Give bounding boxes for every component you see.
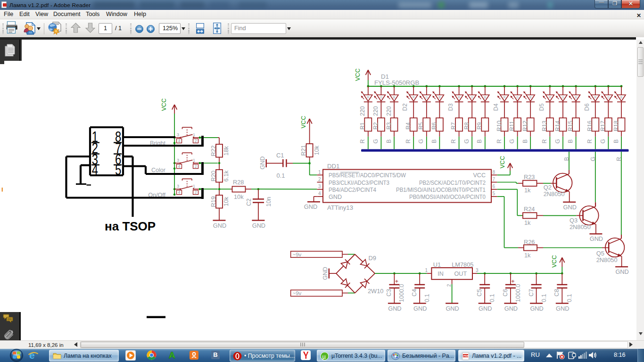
svg-text:7: 7 [493,177,495,182]
svg-text:8: 8 [493,170,495,175]
svg-text:VCC: VCC [473,172,486,179]
svg-text:2: 2 [318,177,321,182]
svg-text:R23: R23 [524,173,535,181]
svg-text:~9v: ~9v [293,252,302,257]
svg-text:1: 1 [425,268,428,273]
svg-text:B: B [476,140,483,143]
svg-text:G: G [562,96,564,99]
svg-text:G: G [600,139,606,144]
svg-text:R: R [496,139,503,143]
svg-text:GND: GND [259,156,266,170]
svg-text:GND: GND [479,305,492,312]
svg-text:C5: C5 [476,289,483,296]
svg-text:2: 2 [194,190,197,195]
svg-text:D2: D2 [402,103,408,111]
svg-text:1000.0: 1000.0 [515,284,521,302]
svg-text:R: R [458,96,460,99]
svg-text:DD1: DD1 [327,163,339,170]
svg-text:R15: R15 [567,121,574,132]
svg-text:R5: R5 [418,122,424,130]
svg-text:R9: R9 [476,122,483,130]
svg-text:C7: C7 [528,289,535,296]
svg-text:0.1: 0.1 [489,294,495,302]
svg-text:G: G [509,139,515,144]
svg-text:G: G [418,139,424,144]
svg-text:LM7805: LM7805 [452,261,473,268]
svg-text:G: G [554,139,561,144]
svg-text:R20: R20 [210,171,217,181]
svg-text:VCC: VCC [499,156,506,169]
svg-text:R21: R21 [300,145,307,156]
svg-text:GND: GND [213,222,226,229]
svg-text:R: R [450,139,457,143]
svg-text:R8: R8 [463,122,470,130]
svg-text:R26: R26 [524,239,535,246]
svg-text:R: R [586,139,593,143]
svg-text:220: 220 [386,106,392,116]
svg-text:A: A [169,350,175,360]
svg-text:PB4/ADC2/PCINT4: PB4/ADC2/PCINT4 [329,187,376,193]
svg-text:3: 3 [177,184,179,189]
svg-text:C1: C1 [276,152,284,159]
svg-text:OUT: OUT [454,271,467,277]
svg-text:1: 1 [193,158,195,163]
svg-text:Color: Color [151,167,165,173]
svg-text:R: R [367,96,369,99]
svg-text:2W10: 2W10 [368,288,383,295]
svg-text:R: R [616,157,622,161]
svg-text:PB2/SCK/ADC1/T0/PCINT2: PB2/SCK/ADC1/T0/PCINT2 [419,180,486,186]
svg-text:B: B [431,140,438,143]
svg-text:5: 5 [115,162,121,178]
svg-text:R: R [405,139,412,143]
svg-text:4: 4 [318,191,321,196]
svg-text:R2: R2 [372,122,379,130]
svg-text:VCC: VCC [161,99,167,111]
svg-text:B: B [613,140,619,143]
svg-text:B: B [575,96,577,99]
svg-text:Q3: Q3 [570,217,578,224]
svg-text:2N8050: 2N8050 [570,223,591,230]
svg-text:3: 3 [476,268,479,273]
svg-text:D4: D4 [493,103,499,111]
svg-text:GND: GND [615,268,628,275]
svg-text:C8: C8 [553,289,560,296]
svg-text:GND: GND [504,305,518,312]
svg-text:R28: R28 [233,179,244,186]
svg-text:B: B [484,96,486,99]
svg-text:5: 5 [493,191,495,196]
svg-text:R12: R12 [522,121,528,132]
svg-text:PDF: PDF [463,354,469,357]
svg-text:6: 6 [493,184,495,189]
svg-text:10k: 10k [223,197,230,206]
svg-text:G: G [471,96,473,99]
svg-text:4: 4 [178,164,180,169]
svg-text:B: B [529,96,531,99]
svg-text:220: 220 [359,106,366,116]
svg-text:R: R [549,96,551,99]
svg-text:3: 3 [177,132,179,137]
svg-text:G: G [372,139,379,144]
svg-text:Q2: Q2 [544,184,552,191]
svg-text:R7: R7 [450,122,457,130]
svg-text:GND: GND [563,204,576,211]
svg-text:0.1: 0.1 [424,294,430,302]
svg-text:10k: 10k [314,145,320,155]
svg-text:0.1: 0.1 [541,294,547,302]
svg-text:3: 3 [177,158,179,163]
svg-text:GND: GND [446,305,459,312]
svg-text:1k: 1k [524,252,531,259]
svg-text:GND: GND [252,222,265,229]
svg-text:PB0/MOSI/AIN0/OC0A/PCINT0: PB0/MOSI/AIN0/OC0A/PCINT0 [409,194,486,200]
svg-text:1: 1 [318,170,321,175]
svg-text:R: R [359,139,366,143]
svg-text:R24: R24 [524,206,535,213]
svg-text:C6: C6 [502,289,509,296]
svg-text:10k: 10k [234,193,244,200]
svg-text:GND: GND [322,267,329,280]
svg-text:R: R [413,96,415,99]
svg-text:C2: C2 [246,198,252,206]
svg-text:220: 220 [372,106,379,116]
svg-text:~9v: ~9v [293,290,302,296]
svg-text:D6: D6 [584,103,590,111]
svg-text:R18: R18 [613,121,619,132]
